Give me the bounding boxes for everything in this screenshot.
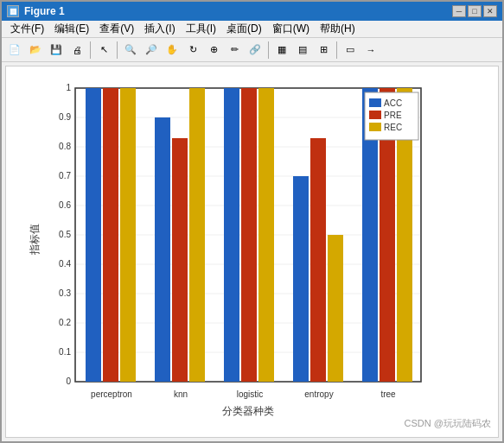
svg-text:0.2: 0.2 <box>59 318 71 327</box>
menu-bar: 文件(F) 编辑(E) 查看(V) 插入(I) 工具(I) 桌面(D) 窗口(W… <box>2 21 502 38</box>
menu-edit[interactable]: 编辑(E) <box>49 20 94 38</box>
legend-pre-label: PRE <box>384 111 402 120</box>
svg-text:0.6: 0.6 <box>59 200 71 210</box>
bar-logistic-pre <box>241 88 257 382</box>
bar-knn-rec <box>189 88 205 382</box>
tb-arrow[interactable]: → <box>361 41 380 60</box>
tb-separator-1 <box>90 41 91 59</box>
bar-knn-acc <box>155 117 170 382</box>
watermark: CSDN @玩玩陆码农 <box>405 417 491 430</box>
bar-entropy-pre <box>310 138 326 382</box>
legend-rec-swatch <box>369 123 381 131</box>
tb-pan[interactable]: ✋ <box>163 41 182 60</box>
menu-help[interactable]: 帮助(H) <box>315 20 360 38</box>
svg-text:0.8: 0.8 <box>59 142 71 151</box>
tb-rotate[interactable]: ↻ <box>183 41 202 60</box>
svg-text:0.9: 0.9 <box>59 112 71 122</box>
tb-new[interactable]: 📄 <box>5 41 24 60</box>
tb-separator-4 <box>336 41 337 59</box>
x-axis-label: 分类器种类 <box>222 405 274 417</box>
bar-perceptron-acc <box>86 88 101 382</box>
menu-file[interactable]: 文件(F) <box>5 20 49 38</box>
svg-text:0.5: 0.5 <box>59 230 71 239</box>
title-bar: ▦ Figure 1 ─ □ ✕ <box>2 2 502 21</box>
chart-svg: 0 0.1 0.2 0.3 0.4 0.5 0.6 <box>28 79 477 425</box>
menu-tools[interactable]: 工具(I) <box>181 20 221 38</box>
tb-grid[interactable]: ⊞ <box>314 41 333 60</box>
toolbar: 📄 📂 💾 🖨 ↖ 🔍 🔎 ✋ ↻ ⊕ ✏ 🔗 ▦ ▤ ⊞ ▭ → <box>2 38 502 62</box>
menu-window[interactable]: 窗口(W) <box>267 20 315 38</box>
xlabel-tree: tree <box>380 389 396 399</box>
svg-text:0: 0 <box>66 377 71 386</box>
xlabel-logistic: logistic <box>236 389 263 399</box>
tb-zoom-out[interactable]: 🔎 <box>142 41 161 60</box>
y-axis-label: 指标值 <box>29 224 41 256</box>
legend-rec-label: REC <box>384 123 402 132</box>
main-window: ▦ Figure 1 ─ □ ✕ 文件(F) 编辑(E) 查看(V) 插入(I)… <box>0 0 504 443</box>
chart-inner: 0 0.1 0.2 0.3 0.4 0.5 0.6 <box>28 79 477 425</box>
bar-perceptron-pre <box>103 88 118 382</box>
tb-link[interactable]: 🔗 <box>246 41 265 60</box>
bar-logistic-rec <box>258 88 274 382</box>
chart-container: 0 0.1 0.2 0.3 0.4 0.5 0.6 <box>5 66 499 438</box>
legend-pre-swatch <box>369 111 381 119</box>
tb-save[interactable]: 💾 <box>47 41 66 60</box>
xlabel-perceptron: perceptron <box>91 389 132 399</box>
tb-separator-2 <box>117 41 118 59</box>
tb-separator-3 <box>268 41 269 59</box>
bar-perceptron-rec <box>120 88 136 382</box>
legend-acc-label: ACC <box>384 98 402 108</box>
bar-logistic-acc <box>224 88 239 382</box>
tb-print[interactable]: 🖨 <box>67 41 86 60</box>
legend-acc-swatch <box>369 98 381 107</box>
menu-insert[interactable]: 插入(I) <box>139 20 180 38</box>
tb-datacursor[interactable]: ⊕ <box>204 41 223 60</box>
maximize-button[interactable]: □ <box>468 5 482 17</box>
window-title: Figure 1 <box>24 5 65 17</box>
tb-colorbar[interactable]: ▤ <box>293 41 312 60</box>
svg-text:0.3: 0.3 <box>59 288 71 298</box>
menu-view[interactable]: 查看(V) <box>94 20 139 38</box>
menu-desktop[interactable]: 桌面(D) <box>221 20 267 38</box>
minimize-button[interactable]: ─ <box>452 5 466 17</box>
tb-open[interactable]: 📂 <box>26 41 45 60</box>
app-icon: ▦ <box>7 5 19 17</box>
xlabel-entropy: entropy <box>304 389 333 399</box>
tb-zoom-in[interactable]: 🔍 <box>121 41 140 60</box>
bar-entropy-rec <box>328 235 343 382</box>
tb-legend[interactable]: ▦ <box>272 41 291 60</box>
svg-text:0.7: 0.7 <box>59 171 71 180</box>
xlabel-knn: knn <box>173 389 187 399</box>
bar-entropy-acc <box>293 176 309 382</box>
window-controls: ─ □ ✕ <box>452 5 497 17</box>
close-button[interactable]: ✕ <box>483 5 497 17</box>
tb-cursor[interactable]: ↖ <box>94 41 113 60</box>
svg-text:1: 1 <box>66 83 71 92</box>
svg-text:0.1: 0.1 <box>59 347 71 357</box>
bar-knn-pre <box>172 138 188 382</box>
svg-text:0.4: 0.4 <box>59 259 71 269</box>
tb-rect[interactable]: ▭ <box>341 41 360 60</box>
tb-brush[interactable]: ✏ <box>225 41 244 60</box>
